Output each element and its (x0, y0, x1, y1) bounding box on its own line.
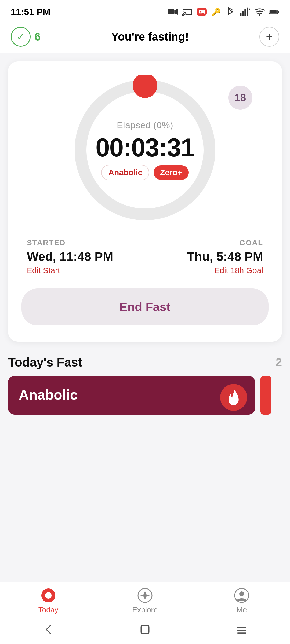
back-button[interactable] (40, 621, 56, 638)
timer-ring-container: 18 Elapsed (0%) 00:03:31 Anabolic Zero+ (21, 75, 269, 225)
fast-card-scroll: Anabolic (8, 376, 282, 415)
timer-center: Elapsed (0%) 00:03:31 Anabolic Zero+ (96, 120, 194, 180)
cast-icon (182, 8, 192, 16)
elapsed-label: Elapsed (0%) (117, 120, 173, 130)
streak-badge: ✓ 6 (11, 27, 41, 47)
zero-tag: Zero+ (154, 165, 189, 180)
streak-circle: ✓ (11, 27, 31, 47)
section-count: 2 (276, 356, 282, 369)
edit-goal-button[interactable]: Edit 18h Goal (214, 266, 263, 275)
started-label: STARTED (27, 239, 66, 247)
battery-icon (269, 8, 279, 16)
bluetooth-icon (226, 8, 236, 16)
svg-rect-23 (141, 625, 149, 633)
end-fast-button[interactable]: End Fast (21, 288, 269, 325)
svg-point-2 (182, 14, 184, 16)
svg-point-22 (239, 591, 244, 596)
top-nav: ✓ 6 You're fasting! + (0, 21, 290, 53)
section-header: Today's Fast 2 (8, 355, 282, 369)
explore-label: Explore (132, 606, 158, 614)
me-label: Me (237, 606, 247, 614)
status-icons: 🔑 (168, 8, 279, 16)
edit-start-button[interactable]: Edit Start (27, 266, 60, 275)
svg-marker-1 (174, 9, 178, 15)
started-info: STARTED Wed, 11:48 PM Edit Start (27, 239, 113, 275)
me-icon (234, 587, 250, 603)
fast-card-icon (220, 384, 244, 408)
svg-point-19 (45, 592, 52, 599)
svg-rect-7 (242, 11, 244, 16)
home-button[interactable] (137, 621, 153, 638)
bottom-nav-items: Today Explore Me (0, 582, 290, 617)
goal-info: GOAL Thu, 5:48 PM Edit 18h Goal (187, 239, 263, 275)
nav-today[interactable]: Today (27, 587, 70, 614)
checkmark-icon: ✓ (17, 32, 25, 42)
svg-point-10 (259, 14, 260, 16)
key-icon: 🔑 (211, 8, 221, 16)
ring-badge: 18 (228, 86, 252, 110)
fast-info: STARTED Wed, 11:48 PM Edit Start GOAL Th… (21, 239, 269, 275)
svg-point-16 (133, 75, 157, 98)
today-icon (40, 587, 56, 603)
system-nav (0, 617, 290, 644)
signal-icon (240, 8, 250, 16)
camera-icon (168, 8, 178, 16)
svg-marker-4 (203, 10, 205, 14)
status-bar: 11:51 PM 🔑 (0, 0, 290, 21)
fast-card[interactable]: Anabolic (8, 376, 255, 415)
goal-label: GOAL (239, 239, 263, 247)
svg-rect-6 (240, 13, 241, 16)
nav-me[interactable]: Me (220, 587, 263, 614)
fast-card-title: Anabolic (19, 387, 78, 402)
timer-display: 00:03:31 (96, 135, 194, 160)
explore-icon (137, 587, 153, 603)
fasting-card: 18 Elapsed (0%) 00:03:31 Anabolic Zero+ … (8, 61, 282, 342)
nav-explore[interactable]: Explore (124, 587, 166, 614)
goal-value: Thu, 5:48 PM (187, 249, 263, 264)
bottom-nav: Today Explore Me (0, 582, 290, 644)
svg-rect-13 (278, 11, 279, 13)
fasting-tags: Anabolic Zero+ (101, 165, 189, 180)
add-button[interactable]: + (259, 27, 279, 47)
streak-number: 6 (34, 30, 41, 43)
svg-rect-9 (247, 8, 248, 16)
recents-button[interactable] (234, 621, 250, 638)
record-icon (197, 8, 207, 16)
svg-rect-12 (270, 10, 277, 13)
todays-fast-section: Today's Fast 2 Anabolic (0, 347, 290, 415)
svg-rect-0 (168, 9, 174, 14)
today-label: Today (38, 606, 59, 614)
section-title: Today's Fast (8, 355, 82, 369)
started-value: Wed, 11:48 PM (27, 249, 113, 264)
fast-card-second[interactable] (260, 376, 271, 415)
status-time: 11:51 PM (11, 7, 50, 17)
wifi-icon (255, 8, 265, 16)
svg-rect-8 (244, 9, 246, 16)
anabolic-tag: Anabolic (101, 165, 149, 180)
svg-point-5 (200, 11, 202, 13)
page-title: You're fasting! (111, 30, 189, 43)
